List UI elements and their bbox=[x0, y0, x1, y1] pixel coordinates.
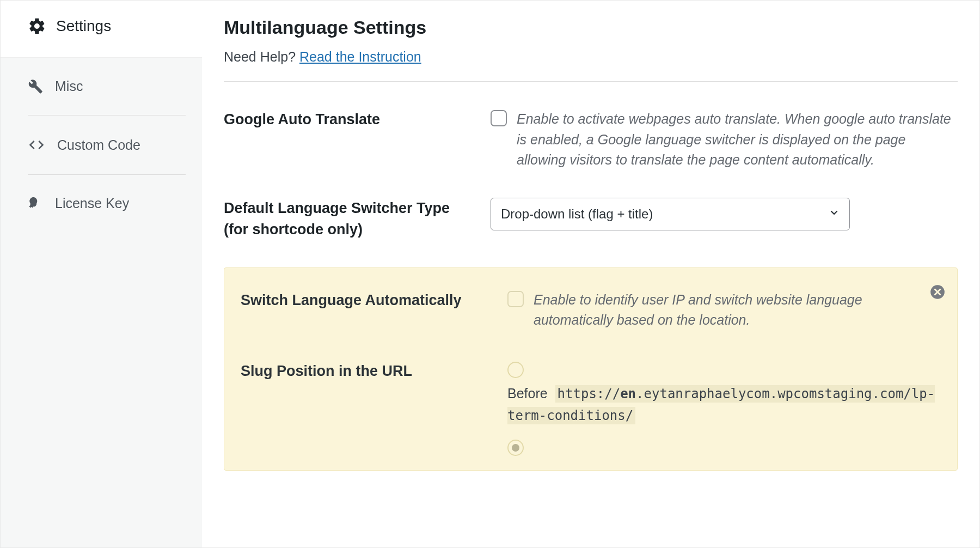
sidebar-header-label: Settings bbox=[56, 17, 111, 35]
sidebar-item-license-key[interactable]: License Key bbox=[28, 175, 186, 232]
main-content: Multilanguage Settings Need Help? Read t… bbox=[202, 1, 979, 547]
field-google-translate: Google Auto Translate Enable to activate… bbox=[224, 109, 958, 171]
field-slug-position: Slug Position in the URL Before https://… bbox=[241, 361, 941, 459]
sidebar-item-label: License Key bbox=[55, 196, 129, 211]
sidebar-item-label: Custom Code bbox=[57, 137, 140, 153]
divider bbox=[224, 81, 958, 82]
help-line: Need Help? Read the Instruction bbox=[224, 49, 958, 65]
auto-switch-desc: Enable to identify user IP and switch we… bbox=[534, 290, 941, 331]
switcher-type-select[interactable]: Drop-down list (flag + title) bbox=[491, 198, 850, 230]
read-instruction-link[interactable]: Read the Instruction bbox=[299, 49, 421, 64]
slug-before-example: Before https://en.eytanraphaelycom.wpcom… bbox=[507, 382, 941, 427]
settings-page: Settings Misc Custom Code License Key bbox=[0, 0, 980, 548]
auto-switch-checkbox[interactable] bbox=[507, 291, 524, 307]
sidebar-list: Misc Custom Code License Key bbox=[1, 58, 202, 232]
slug-before-radio[interactable] bbox=[507, 362, 524, 378]
sidebar-item-misc[interactable]: Misc bbox=[28, 58, 186, 115]
close-icon bbox=[930, 284, 945, 300]
wrench-icon bbox=[28, 79, 43, 94]
page-title: Multilanguage Settings bbox=[224, 17, 958, 38]
field-label: Switch Language Automatically bbox=[241, 290, 491, 311]
field-auto-switch: Switch Language Automatically Enable to … bbox=[241, 290, 941, 331]
close-button[interactable] bbox=[930, 284, 945, 300]
field-switcher-type: Default Language Switcher Type (for shor… bbox=[224, 198, 958, 240]
key-icon bbox=[28, 196, 43, 211]
google-translate-checkbox[interactable] bbox=[491, 110, 507, 126]
gear-icon bbox=[28, 17, 46, 35]
select-value: Drop-down list (flag + title) bbox=[491, 198, 850, 230]
help-prefix: Need Help? bbox=[224, 49, 299, 64]
google-translate-desc: Enable to activate webpages auto transla… bbox=[517, 109, 958, 171]
sidebar-item-label: Misc bbox=[55, 78, 83, 94]
code-icon bbox=[28, 136, 45, 154]
sidebar-header: Settings bbox=[1, 1, 202, 58]
sidebar: Settings Misc Custom Code License Key bbox=[1, 1, 202, 547]
before-label: Before bbox=[507, 386, 548, 401]
pro-notice-box: Switch Language Automatically Enable to … bbox=[224, 267, 958, 471]
field-label: Default Language Switcher Type (for shor… bbox=[224, 198, 474, 240]
field-label: Google Auto Translate bbox=[224, 109, 474, 130]
slug-after-radio[interactable] bbox=[507, 440, 524, 456]
field-label: Slug Position in the URL bbox=[241, 361, 491, 382]
sidebar-item-custom-code[interactable]: Custom Code bbox=[28, 115, 186, 175]
url-code: https://en.eytanraphaelycom.wpcomstaging… bbox=[507, 385, 935, 424]
